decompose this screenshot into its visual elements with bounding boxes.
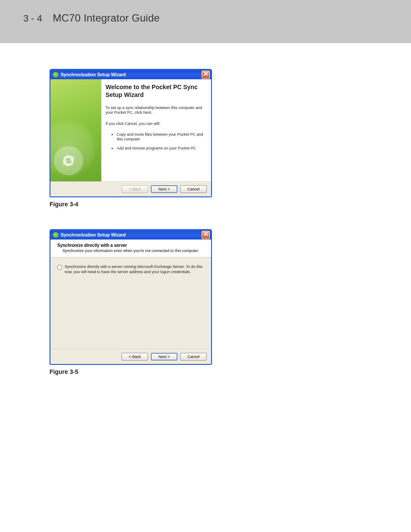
wizard-heading: Welcome to the Pocket PC Sync Setup Wiza… — [106, 84, 205, 99]
titlebar[interactable]: Synchronization Setup Wizard — [50, 230, 211, 240]
step-subheading: Synchronize your information even when y… — [62, 249, 206, 253]
page-number: 3 - 4 — [23, 13, 42, 24]
wizard-sidebar-graphic — [50, 79, 101, 181]
wizard-step-header: Synchronize directly with a server Synch… — [50, 240, 211, 258]
activesync-icon — [53, 72, 59, 78]
sync-arrows-icon — [59, 152, 78, 170]
button-row: < Back Next > Cancel — [50, 181, 211, 196]
close-icon — [204, 72, 208, 76]
wizard-cancel-lead: If you click Cancel, you can still: — [106, 121, 205, 126]
back-button: < Back — [121, 185, 148, 193]
window-title: Synchronization Setup Wizard — [61, 72, 126, 77]
close-icon — [204, 232, 208, 236]
window-title: Synchronization Setup Wizard — [61, 232, 126, 237]
close-button[interactable] — [202, 71, 210, 79]
titlebar[interactable]: Synchronization Setup Wizard — [50, 70, 211, 79]
figure-caption: Figure 3-5 — [50, 368, 411, 375]
cancel-button[interactable]: Cancel — [180, 353, 207, 361]
wizard-cancel-bullets: Copy and move files between your Pocket … — [106, 132, 205, 151]
back-button[interactable]: < Back — [121, 353, 148, 361]
sync-server-checkbox-label[interactable]: Synchronize directly with a server runni… — [65, 264, 204, 274]
step-heading: Synchronize directly with a server — [57, 243, 206, 248]
sync-server-checkbox[interactable] — [57, 265, 62, 270]
sync-wizard-dialog-server: Synchronization Setup Wizard Synchronize… — [50, 229, 212, 365]
sync-wizard-dialog-welcome: Synchronization Setup Wizard Welcome to … — [50, 69, 212, 197]
page-title: MC70 Integrator Guide — [53, 12, 159, 24]
next-button[interactable]: Next > — [151, 353, 177, 361]
next-button[interactable]: Next > — [151, 185, 177, 193]
button-row: < Back Next > Cancel — [50, 349, 211, 364]
activesync-icon — [53, 232, 59, 238]
page-header: 3 - 4 MC70 Integrator Guide — [0, 0, 411, 43]
bullet-item: Copy and move files between your Pocket … — [117, 132, 205, 142]
cancel-button[interactable]: Cancel — [180, 185, 207, 193]
close-button[interactable] — [202, 231, 210, 239]
bullet-item: Add and remove programs on your Pocket P… — [117, 146, 205, 151]
wizard-intro-text: To set up a sync relationship between th… — [106, 106, 205, 115]
figure-caption: Figure 3-4 — [50, 201, 411, 208]
